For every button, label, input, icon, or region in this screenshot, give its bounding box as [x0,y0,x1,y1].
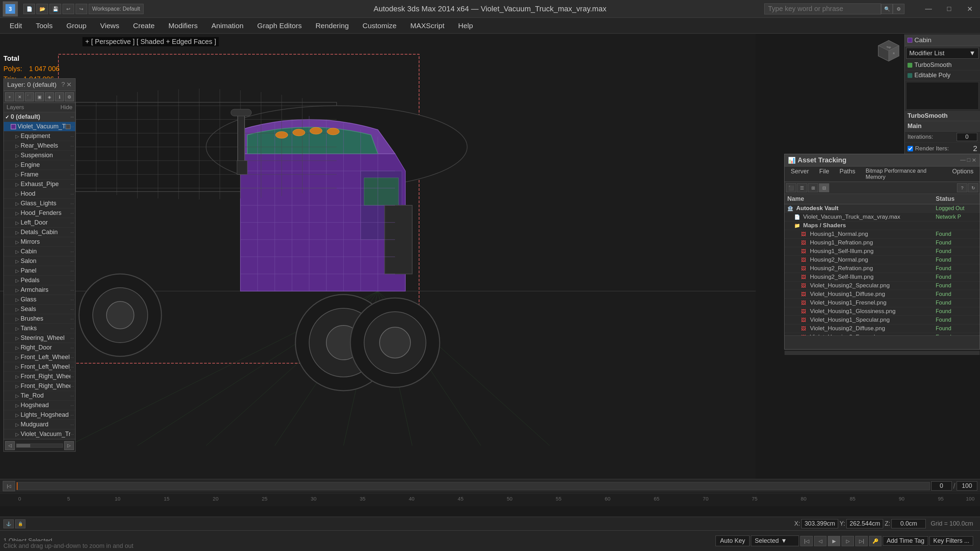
minimize-btn[interactable]: — [918,0,939,18]
new-btn[interactable]: 📄 [23,4,35,14]
asset-detail-btn[interactable]: ⊞ [808,183,818,192]
key-mode-dropdown[interactable]: Selected ▼ [751,535,799,546]
asset-scrollbar[interactable] [784,351,980,355]
asset-refresh-btn[interactable]: ↻ [968,183,978,192]
prev-frame-btn[interactable]: ◁ [814,536,826,546]
layer-item-front-right-wheel-2[interactable]: ▷ Front_Right_Wheel_2 ··· [4,381,75,391]
layer-item-engine[interactable]: ▷ Engine ··· [4,160,75,170]
asset-help-btn[interactable]: ? [957,183,967,192]
asset-row-maps-folder[interactable]: 📁 Maps / Shaders [784,221,980,230]
menu-animation[interactable]: Animation [205,19,250,32]
asset-row-max-file[interactable]: 📄 Violet_Vacuum_Truck_max_vray.max Netwo… [784,213,980,221]
asset-expand-btn[interactable]: ⬛ [786,183,796,192]
layer-item-hogshead[interactable]: ▷ Hogshead ··· [4,401,75,410]
layer-item-glass[interactable]: ▷ Glass ··· [4,295,75,305]
search-btn[interactable]: 🔍 [881,4,893,14]
key-mode-btn[interactable]: 🔑 [869,536,881,546]
close-btn[interactable]: ✕ [959,0,980,18]
key-filters-btn[interactable]: Key Filters ... [929,536,973,546]
search-options-btn[interactable]: ⚙ [893,4,904,14]
asset-row-vh2-diffuse[interactable]: 🖼 Violet_Housing2_Diffuse.png Found [784,324,980,333]
layer-item-seals[interactable]: ▷ Seals ··· [4,305,75,314]
asset-row-h1-normal[interactable]: 🖼 Housing1_Normal.png Found [784,230,980,238]
menu-help[interactable]: Help [452,19,479,32]
layer-settings-btn[interactable]: ⚙ [65,92,74,101]
asset-maximize-btn[interactable]: □ [967,157,970,164]
layer-item-exhaust[interactable]: ▷ Exhaust_Pipe ··· [4,179,75,189]
layer-frame-btn[interactable]: ◁ [5,441,15,450]
menu-edit[interactable]: Edit [3,19,28,32]
layer-item-rear-wheels[interactable]: ▷ Rear_Wheels ··· [4,141,75,151]
timeline-start-btn[interactable]: |◁ [3,481,15,491]
menu-graph-editors[interactable]: Graph Editors [251,19,308,32]
asset-row-vh1-diffuse[interactable]: 🖼 Violet_Housing1_Diffuse.png Found [784,290,980,299]
layer-add-obj-btn[interactable]: ⬛ [25,92,34,101]
asset-row-h2-normal[interactable]: 🖼 Housing2_Normal.png Found [784,256,980,264]
go-to-end-btn[interactable]: ▷| [855,536,868,546]
layer-highlight-btn[interactable]: ◈ [45,92,54,101]
navigation-cube[interactable]: Top R [875,37,902,65]
open-btn[interactable]: 📂 [37,4,48,14]
status-icon-1[interactable]: ⚓ [3,519,14,528]
modifier-turbosmooth[interactable]: TurboSmooth [905,60,980,70]
layer-item-mudguard[interactable]: ▷ Mudguard ··· [4,420,75,429]
layer-close-btn[interactable]: ✕ [66,81,72,89]
asset-menu-paths[interactable]: Paths [835,167,860,182]
y-value[interactable]: 262.544cm [846,519,883,528]
menu-rendering[interactable]: Rendering [309,19,355,32]
x-value[interactable]: 303.399cm [801,519,838,528]
layer-item-tie-rod[interactable]: ▷ Tie_Rod ··· [4,391,75,401]
asset-grid-btn[interactable]: ⊟ [819,183,829,192]
menu-views[interactable]: Views [94,19,126,32]
asset-row-h1-selfillum[interactable]: 🖼 Housing1_Self-Illum.png Found [784,247,980,256]
layer-item-armchairs[interactable]: ▷ Armchairs ··· [4,285,75,295]
layer-new-btn[interactable]: + [5,92,14,101]
auto-key-btn[interactable]: Auto Key [716,535,749,546]
menu-modifiers[interactable]: Modifiers [162,19,204,32]
asset-row-h1-refration[interactable]: 🖼 Housing1_Refration.png Found [784,238,980,247]
layer-item-steering[interactable]: ▷ Steering_Wheel ··· [4,333,75,343]
render-iters-value[interactable]: 2 [973,144,977,153]
layer-item-front-left-wheel[interactable]: ▷ Front_Left_Wheel ··· [4,353,75,362]
asset-menu-options[interactable]: Options [947,167,978,182]
layer-item-lights-hogshead[interactable]: ▷ Lights_Hogshead ··· [4,410,75,420]
layer-item-hood[interactable]: ▷ Hood ··· [4,189,75,199]
z-value[interactable]: 0.0cm [891,519,926,528]
menu-maxscript[interactable]: MAXScript [404,19,451,32]
asset-row-h2-refration[interactable]: 🖼 Housing2_Refration.png Found [784,264,980,273]
layer-item-pedals[interactable]: ▷ Pedals ··· [4,276,75,285]
layer-item-suspension[interactable]: ▷ Suspension ··· [4,151,75,160]
layer-item-brushes[interactable]: ▷ Brushes ··· [4,314,75,324]
layer-item-glass-lights[interactable]: ▷ Glass_Lights ··· [4,199,75,208]
current-frame[interactable]: 0 [931,481,952,491]
layer-item-mirrors[interactable]: ▷ Mirrors ··· [4,237,75,247]
asset-menu-bitmap-perf[interactable]: Bitmap Performance and Memory [861,167,947,182]
menu-create[interactable]: Create [127,19,161,32]
timeline-track[interactable] [16,482,930,490]
layer-frame-right-btn[interactable]: ▷ [64,441,74,450]
asset-close-btn[interactable]: ✕ [972,157,976,164]
layer-item-violet-truck[interactable]: Violet_Vacuum_Truck ··· [4,122,75,132]
layer-item-front-left-wheel-2[interactable]: ▷ Front_Left_Wheel_2 ··· [4,362,75,372]
asset-menu-file[interactable]: File [815,167,834,182]
layer-item-detals-cabin[interactable]: ▷ Detals_Cabin ··· [4,228,75,237]
modifier-editable-poly[interactable]: Editable Poly [905,70,980,81]
layer-item-salon[interactable]: ▷ Salon ··· [4,256,75,266]
maximize-btn[interactable]: □ [939,0,959,18]
go-to-start-btn[interactable]: |◁ [800,536,813,546]
render-iters-checkbox[interactable] [907,146,913,151]
search-input[interactable] [764,3,881,14]
layer-item-front-right-wheel[interactable]: ▷ Front_Right_Wheel ··· [4,372,75,381]
total-frames[interactable]: 100 [957,481,977,491]
status-icon-2[interactable]: 🔒 [15,519,25,528]
menu-tools[interactable]: Tools [30,19,59,32]
layer-help-btn[interactable]: ? [61,81,65,89]
modifier-list-dropdown[interactable]: Modifier List ▼ [906,48,978,59]
next-frame-btn[interactable]: ▷ [842,536,854,546]
layer-select-btn[interactable]: ▣ [35,92,44,101]
menu-group[interactable]: Group [60,19,92,32]
layer-item-hood-fenders[interactable]: ▷ Hood_Fenders ··· [4,208,75,218]
asset-menu-server[interactable]: Server [786,167,814,182]
layer-item-frame[interactable]: ▷ Frame ··· [4,170,75,179]
layer-item-left-door[interactable]: ▷ Left_Door ··· [4,218,75,228]
